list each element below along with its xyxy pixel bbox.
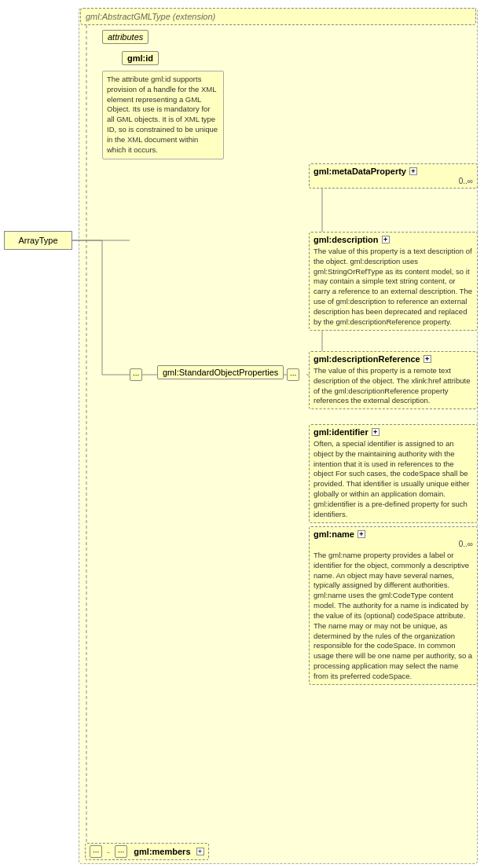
- seq-connector-left: ···: [130, 368, 142, 381]
- attributes-label: attributes: [108, 32, 143, 42]
- attributes-box: attributes: [102, 30, 148, 44]
- seq-connector-right: ···: [287, 368, 299, 381]
- prop-identifier-label: gml:identifier: [314, 427, 368, 437]
- members-expand[interactable]: +: [196, 848, 204, 855]
- seq-symbol-left: ···: [130, 368, 142, 381]
- gmlid-box: gml:id: [122, 51, 159, 65]
- prop-identifier-expand[interactable]: +: [372, 428, 380, 436]
- prop-metaDataProperty-range: 0..∞: [314, 177, 473, 185]
- prop-name-desc: The gml:name property provides a label o…: [314, 551, 473, 682]
- prop-name-expand[interactable]: +: [358, 530, 365, 538]
- prop-name-label: gml:name: [314, 529, 354, 539]
- prop-identifier-desc: Often, a special identifier is assigned …: [314, 439, 473, 520]
- std-obj-box: gml:StandardObjectProperties: [157, 365, 284, 379]
- members-seq-left: ···: [90, 845, 102, 858]
- prop-metaDataProperty-label: gml:metaDataProperty: [314, 167, 406, 176]
- title-box: gml:AbstractGMLType (extension): [80, 8, 476, 25]
- prop-description: gml:description + The value of this prop…: [309, 232, 478, 331]
- prop-description-label: gml:description: [314, 235, 379, 244]
- gmlid-label: gml:id: [127, 53, 153, 63]
- prop-metaDataProperty-expand[interactable]: +: [409, 167, 417, 175]
- prop-description-expand[interactable]: +: [382, 236, 390, 244]
- members-box: ··· - ··· gml:members +: [85, 843, 209, 860]
- seq-symbol-right: ···: [287, 368, 299, 381]
- prop-metaDataProperty: gml:metaDataProperty + 0..∞: [309, 163, 478, 189]
- prop-descriptionReference: gml:descriptionReference + The value of …: [309, 351, 478, 409]
- members-seq-right: ···: [115, 845, 127, 858]
- prop-name: gml:name + 0..∞ The gml:name property pr…: [309, 526, 478, 685]
- gmlid-desc: The attribute gml:id supports provision …: [107, 75, 218, 154]
- gmlid-tooltip: The attribute gml:id supports provision …: [102, 71, 224, 159]
- prop-identifier: gml:identifier + Often, a special identi…: [309, 424, 478, 523]
- members-label: gml:members: [134, 847, 190, 856]
- prop-name-range: 0..∞: [314, 540, 473, 548]
- prop-description-desc: The value of this property is a text des…: [314, 247, 473, 328]
- prop-descriptionReference-desc: The value of this property is a remote t…: [314, 366, 473, 406]
- prop-descriptionReference-label: gml:descriptionReference: [314, 354, 420, 364]
- arraytype-label: ArrayType: [4, 231, 72, 250]
- std-obj-label: gml:StandardObjectProperties: [163, 368, 278, 377]
- prop-descriptionReference-expand[interactable]: +: [424, 355, 431, 363]
- diagram-title: gml:AbstractGMLType (extension): [86, 12, 215, 21]
- arraytype-text: ArrayType: [18, 236, 57, 245]
